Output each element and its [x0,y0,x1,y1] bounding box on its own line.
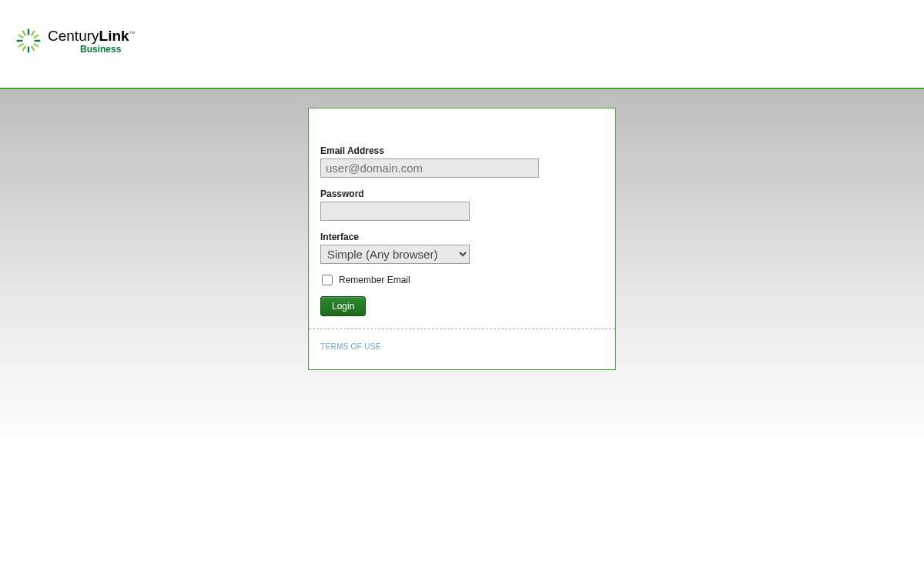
login-box: Email Address Password Interface Simple … [308,108,616,370]
email-label: Email Address [320,145,604,156]
email-input[interactable] [320,158,539,178]
remember-label: Remember Email [339,275,410,285]
header: CenturyLink™ Business [0,0,924,89]
svg-rect-4 [31,30,35,36]
interface-field-row: Interface Simple (Any browser) [320,232,604,264]
remember-row: Remember Email [322,275,604,285]
svg-rect-1 [28,47,29,53]
svg-rect-2 [17,40,23,42]
svg-rect-0 [28,29,29,35]
interface-label: Interface [320,232,604,242]
email-field-row: Email Address [320,145,604,178]
svg-rect-7 [18,43,24,48]
svg-rect-9 [18,34,24,38]
brand-name-bold: Link [99,28,129,44]
remember-checkbox[interactable] [322,275,333,285]
brand-subtitle: Business [80,45,136,54]
svg-rect-5 [22,45,26,52]
password-label: Password [320,188,604,199]
login-button[interactable]: Login [320,296,366,316]
logo-starburst-icon [15,28,42,54]
svg-rect-8 [33,43,39,48]
trademark-symbol: ™ [129,29,136,36]
brand-name-plain: Century [48,28,99,44]
password-input[interactable] [320,202,470,221]
svg-rect-11 [22,30,26,36]
content-area: Email Address Password Interface Simple … [0,89,924,443]
terms-of-use-link[interactable]: TERMS OF USE [320,342,381,351]
logo: CenturyLink™ Business [15,28,924,54]
interface-select[interactable]: Simple (Any browser) [320,245,470,264]
svg-rect-3 [35,40,41,42]
password-field-row: Password [320,188,604,221]
svg-rect-10 [31,45,35,52]
login-form: Email Address Password Interface Simple … [309,108,615,329]
svg-rect-6 [33,34,39,38]
logo-text: CenturyLink™ Business [48,28,136,54]
login-footer: TERMS OF USE [309,329,615,369]
